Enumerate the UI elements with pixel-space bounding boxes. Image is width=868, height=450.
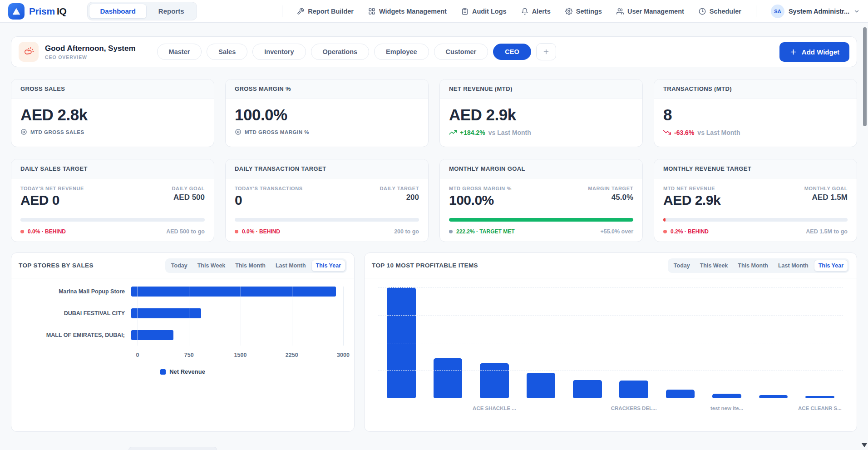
store-label: MALL OF EMIRATES, DUBAI; bbox=[22, 332, 131, 338]
item-bar[interactable] bbox=[527, 373, 555, 398]
nav-audit-logs[interactable]: Audit Logs bbox=[461, 8, 507, 15]
card-title: GROSS MARGIN % bbox=[226, 79, 428, 99]
legend-label: Net Revenue bbox=[169, 368, 205, 375]
add-view-button[interactable] bbox=[536, 43, 556, 60]
scrollbar-thumb[interactable] bbox=[863, 27, 867, 126]
item-bar[interactable] bbox=[805, 396, 834, 398]
view-tab-operations[interactable]: Operations bbox=[311, 44, 370, 60]
goal-value: 45.0% bbox=[588, 193, 633, 202]
item-bar[interactable] bbox=[666, 390, 695, 398]
panel-top-stores: TOP STORES BY SALES TodayThis WeekThis M… bbox=[11, 252, 355, 432]
chevron-down-icon bbox=[853, 8, 860, 15]
top-items-chart: ACE SHACKLE ...CRACKERS DEL...test new i… bbox=[365, 278, 857, 411]
progress-track bbox=[20, 218, 205, 222]
nav-scheduler[interactable]: Scheduler bbox=[699, 8, 741, 15]
plus-icon bbox=[542, 48, 550, 55]
nav-report-builder[interactable]: Report Builder bbox=[297, 8, 354, 15]
filter-tab-this-month[interactable]: This Month bbox=[733, 260, 773, 272]
add-widget-button[interactable]: Add Widget bbox=[779, 42, 849, 62]
gridline bbox=[138, 287, 138, 346]
target-icon bbox=[235, 129, 242, 135]
item-bar[interactable] bbox=[434, 358, 462, 398]
kpi-value: AED 2.8k bbox=[20, 106, 205, 124]
filter-tab-today[interactable]: Today bbox=[167, 260, 192, 272]
remaining-text: +55.0% over bbox=[600, 228, 633, 235]
trend-value: +184.2% bbox=[460, 129, 485, 136]
view-tab-customer[interactable]: Customer bbox=[434, 44, 488, 60]
filter-tab-this-week[interactable]: This Week bbox=[695, 260, 733, 272]
goal-label: MONTHLY GOAL bbox=[804, 186, 848, 191]
gridline bbox=[378, 315, 843, 316]
trend-suffix: vs Last Month bbox=[697, 129, 740, 136]
plus-icon bbox=[789, 48, 797, 56]
item-bar[interactable] bbox=[573, 380, 602, 398]
store-row-dubai-festival-city: DUBAI FESTIVAL CITY bbox=[22, 308, 343, 318]
nav-widgets-management[interactable]: Widgets Management bbox=[368, 8, 447, 15]
trend-up-icon bbox=[449, 129, 457, 136]
kpi-value: 8 bbox=[663, 106, 848, 124]
nav-alerts[interactable]: Alerts bbox=[521, 8, 551, 15]
item-bar[interactable] bbox=[480, 363, 508, 398]
kpi-value: AED 2.9k bbox=[449, 106, 633, 124]
view-tab-master[interactable]: Master bbox=[157, 44, 202, 60]
nav-label: Alerts bbox=[532, 8, 551, 15]
card-title: NET REVENUE (MTD) bbox=[440, 79, 642, 99]
sun-icon bbox=[19, 42, 39, 62]
status-text: 0.0% · BEHIND bbox=[242, 228, 280, 235]
item-bar[interactable] bbox=[759, 395, 788, 398]
store-row-mall-of-emirates-dubai: MALL OF EMIRATES, DUBAI; bbox=[22, 330, 343, 340]
filter-tab-this-year[interactable]: This Year bbox=[814, 260, 848, 272]
trend-suffix: vs Last Month bbox=[488, 129, 531, 136]
item-label bbox=[657, 405, 703, 411]
card-title: DAILY TRANSACTION TARGET bbox=[226, 159, 428, 178]
nav-label: Report Builder bbox=[308, 8, 354, 15]
prism-logo-icon bbox=[8, 3, 25, 20]
nav-settings[interactable]: Settings bbox=[565, 8, 602, 15]
store-label: Marina Mall Popup Store bbox=[22, 288, 131, 295]
status-text: 0.0% · BEHIND bbox=[28, 228, 66, 235]
trend-down-icon bbox=[663, 129, 671, 136]
next-widget-peek bbox=[128, 447, 217, 450]
store-bar[interactable] bbox=[131, 308, 201, 318]
item-bar[interactable] bbox=[619, 381, 648, 398]
goal-label: MARGIN TARGET bbox=[588, 186, 633, 191]
nav-label: Widgets Management bbox=[379, 8, 447, 15]
view-tab-employee[interactable]: Employee bbox=[374, 44, 429, 60]
x-tick: 750 bbox=[184, 352, 194, 358]
brand-name: PrismIQ bbox=[29, 6, 66, 17]
view-tab-inventory[interactable]: Inventory bbox=[252, 44, 306, 60]
filter-tab-last-month[interactable]: Last Month bbox=[774, 260, 813, 272]
tab-dashboard[interactable]: Dashboard bbox=[89, 4, 146, 19]
gridline bbox=[378, 370, 843, 371]
user-menu[interactable]: SA System Administr... bbox=[771, 5, 860, 18]
filter-tab-last-month[interactable]: Last Month bbox=[271, 260, 311, 272]
view-tab-sales[interactable]: Sales bbox=[207, 44, 247, 60]
item-bar[interactable] bbox=[712, 394, 741, 398]
avatar: SA bbox=[771, 5, 784, 18]
metric-label: MTD GROSS MARGIN % bbox=[449, 186, 512, 191]
target-icon bbox=[20, 129, 27, 135]
target-card-daily-transaction-target: DAILY TRANSACTION TARGETTODAY'S TRANSACT… bbox=[225, 159, 429, 242]
kpi-subtitle: MTD GROSS SALES bbox=[30, 129, 84, 135]
view-tab-ceo[interactable]: CEO bbox=[493, 44, 531, 60]
goal-value: AED 1.5M bbox=[804, 193, 848, 202]
goal-label: DAILY GOAL bbox=[172, 186, 205, 191]
metric-label: TODAY'S NET REVENUE bbox=[20, 186, 84, 191]
target-card-monthly-margin-goal: MONTHLY MARGIN GOALMTD GROSS MARGIN %100… bbox=[439, 159, 643, 242]
metric-label: MTD NET REVENUE bbox=[663, 186, 720, 191]
filter-tab-this-year[interactable]: This Year bbox=[311, 260, 345, 272]
metric-value: AED 2.9k bbox=[663, 193, 720, 208]
filter-tab-today[interactable]: Today bbox=[669, 260, 695, 272]
filter-tab-this-month[interactable]: This Month bbox=[231, 260, 270, 272]
nav-label: Settings bbox=[576, 8, 602, 15]
scroll-down-arrow[interactable] bbox=[862, 443, 867, 447]
status-text: 222.2% · TARGET MET bbox=[456, 228, 514, 235]
nav-label: Audit Logs bbox=[472, 8, 507, 15]
gridline bbox=[189, 287, 189, 346]
tab-reports[interactable]: Reports bbox=[148, 4, 195, 19]
filter-tab-this-week[interactable]: This Week bbox=[193, 260, 230, 272]
nav-user-management[interactable]: User Management bbox=[616, 8, 684, 15]
progress-track bbox=[235, 218, 419, 222]
store-bar[interactable] bbox=[131, 287, 336, 297]
card-title: DAILY SALES TARGET bbox=[11, 159, 214, 178]
